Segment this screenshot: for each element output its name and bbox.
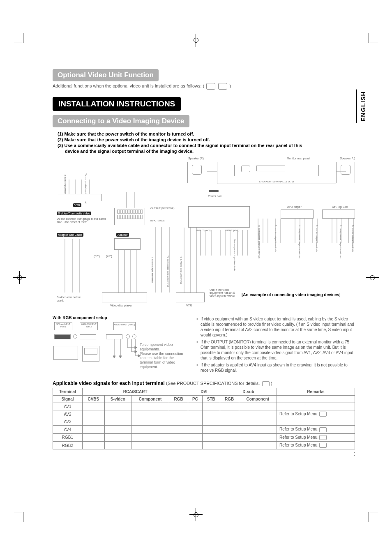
th-dvi: DVI [188, 388, 220, 396]
th-rca: RCA/SCART [82, 388, 188, 396]
table-row: AV2 Refer to Setup Menu. [53, 410, 355, 418]
reference-icon [319, 443, 327, 448]
intro-text: Additional functions when the optional v… [53, 83, 355, 90]
cell-blank [169, 403, 188, 410]
rgb-svideo1-box: S-Video INPUT from 1 [54, 322, 72, 330]
rgb-note2: Please use the connection cable suitable… [140, 352, 183, 369]
reference-icon [319, 412, 327, 417]
step-3: (3) Use a commercially available cable a… [58, 143, 355, 148]
registration-mark-icon [368, 274, 376, 282]
cell-terminal: RGB2 [53, 442, 83, 449]
cell-terminal: AV1 [53, 403, 83, 410]
jack-icon [73, 334, 77, 339]
step-3b: device and the signal output terminal of… [65, 149, 355, 154]
crop-mark [369, 512, 369, 522]
step-1: (1) Make sure that the power switch of t… [58, 131, 355, 136]
cell-blank [202, 426, 220, 433]
cell-terminal: AV3 [53, 418, 83, 426]
cell-blank [239, 410, 277, 418]
connector-icon [80, 334, 96, 339]
bullet-1: If video equipment with an S video outpu… [196, 316, 355, 338]
table-title-main: Applicable video signals for each input … [53, 380, 165, 386]
cell-blank [239, 426, 277, 433]
crop-mark [14, 42, 24, 42]
registration-mark-icon [16, 274, 24, 282]
cell-blank [169, 426, 188, 433]
cell-blank [202, 410, 220, 418]
connector-icon [106, 334, 122, 339]
cell-blank [220, 410, 239, 418]
remark-text: Refer to Setup Menu. [279, 412, 318, 416]
heading-installation: INSTALLATION INSTRUCTIONS [53, 97, 181, 111]
th-terminal: Terminal [53, 388, 83, 396]
jack-icon [126, 334, 130, 339]
crop-mark [23, 33, 23, 43]
svg-marker-51 [135, 346, 137, 349]
cell-remark: Refer to Setup Menu. [277, 426, 355, 433]
crop-mark [23, 512, 23, 522]
table-title-sub-end: ) [271, 381, 272, 386]
cell-blank [131, 442, 169, 449]
cell-blank [82, 403, 104, 410]
cell-blank [188, 403, 203, 410]
cell-remark: Refer to Setup Menu. [277, 433, 355, 441]
th-svideo: S-video [104, 396, 131, 403]
instruction-steps: (1) Make sure that the power switch of t… [58, 131, 355, 154]
wiring-lines-icon [53, 157, 355, 313]
reference-icon [319, 435, 327, 440]
reference-icon [206, 83, 215, 90]
rgb-audio-box: AUDIO INPUT (from 2) [113, 322, 136, 330]
th-remarks: Remarks [277, 388, 355, 396]
device-icon [53, 346, 78, 360]
reference-icon [218, 83, 227, 90]
cell-blank [239, 433, 277, 441]
connector-icon [54, 334, 71, 339]
cell-blank [202, 403, 220, 410]
device-icon [82, 346, 99, 362]
cell-blank [104, 426, 131, 433]
cell-blank [220, 426, 239, 433]
cell-blank [131, 418, 169, 426]
cell-blank [104, 418, 131, 426]
crop-mark [14, 513, 24, 513]
cell-blank [239, 442, 277, 449]
cell-blank [220, 418, 239, 426]
bullet-2: If the OUTPUT (MONITOR) terminal is conn… [196, 339, 355, 361]
cell-blank [131, 403, 169, 410]
cell-terminal: AV2 [53, 410, 83, 418]
cell-remark [277, 418, 355, 426]
cell-blank [188, 410, 203, 418]
cell-blank [82, 418, 104, 426]
cell-blank [220, 403, 239, 410]
cell-blank [131, 426, 169, 433]
bullet-3: If the adaptor is applied to AV4 input a… [196, 362, 355, 373]
registration-mark-icon [192, 511, 200, 519]
cell-blank [220, 433, 239, 441]
th-component2: Component [239, 396, 277, 403]
cell-blank [104, 442, 131, 449]
th-remarks-blank [277, 396, 355, 403]
cell-blank [188, 426, 203, 433]
crop-mark [368, 513, 378, 513]
rgb-svideo2-box: ANALOG INPUT from 2 [80, 322, 98, 330]
th-pc: PC [188, 396, 203, 403]
th-dsub: D-sub [220, 388, 277, 396]
cell-blank [169, 433, 188, 441]
cell-blank [82, 433, 104, 441]
cell-blank [82, 442, 104, 449]
cell-blank [188, 418, 203, 426]
table-row: RGB2 Refer to Setup Menu. [53, 442, 355, 449]
th-cvbs: CVBS [82, 396, 104, 403]
th-rgb2: RGB [220, 396, 239, 403]
rgb-diagram: S-Video INPUT from 1 ANALOG INPUT from 2… [53, 322, 188, 371]
reference-icon [319, 427, 327, 432]
cell-blank [131, 410, 169, 418]
reference-icon [262, 381, 270, 386]
cell-blank [239, 418, 277, 426]
cell-blank [188, 433, 203, 441]
signals-table: Terminal RCA/SCART DVI D-sub Remarks Sig… [53, 388, 355, 449]
remark-text: Refer to Setup Menu. [279, 427, 318, 431]
cell-blank [202, 442, 220, 449]
cell-blank [239, 403, 277, 410]
heading-optional: Optional Video Unit Function [53, 69, 159, 81]
